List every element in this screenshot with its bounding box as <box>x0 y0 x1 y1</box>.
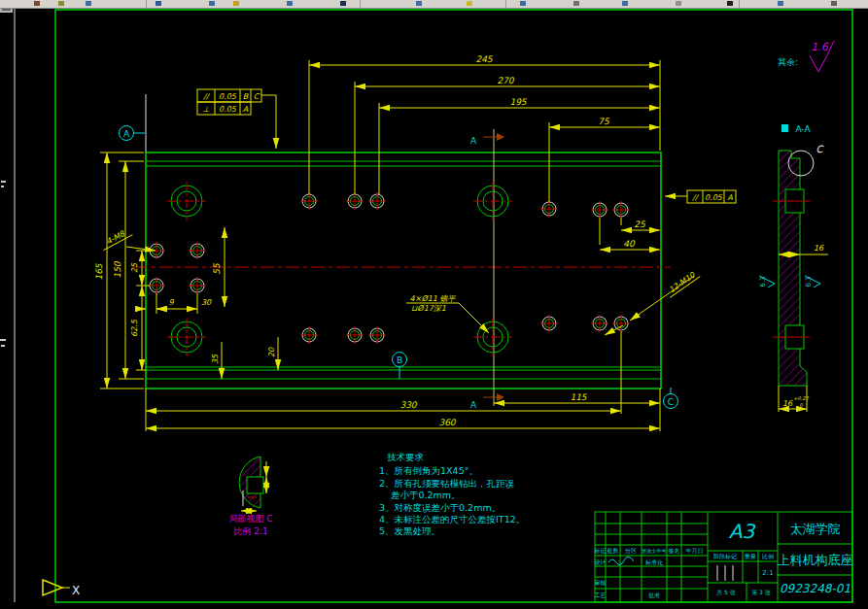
toolbar-separator <box>146 0 147 8</box>
counterbore-hole <box>167 182 206 220</box>
tapped-hole-m8 <box>189 242 206 259</box>
svg-text:设计: 设计 <box>595 558 607 565</box>
toolbar-icon-fragment[interactable] <box>727 1 733 6</box>
toolbar-icon-fragment[interactable] <box>34 1 40 6</box>
surface-note-label: 其余: <box>778 57 798 67</box>
detail-view-title: 局部视图 C <box>228 514 272 524</box>
tapped-hole-m8 <box>148 242 165 259</box>
toolbar-icon-fragment[interactable] <box>209 1 215 6</box>
svg-text:审核: 审核 <box>595 579 607 586</box>
dim-115: 115 <box>570 392 587 402</box>
detail-thread-box <box>247 477 263 493</box>
tapped-hole-m10 <box>540 315 558 332</box>
toolbar-icon-fragment[interactable] <box>622 1 628 6</box>
dim-9: 9 <box>168 298 174 307</box>
toolbar-icon-fragment[interactable] <box>58 1 64 6</box>
ucs-x-label: X <box>72 584 80 597</box>
toolbar-icon-fragment[interactable] <box>340 1 346 6</box>
datum-c: C <box>664 388 678 409</box>
signature-scribble <box>608 557 634 564</box>
svg-text:0.05: 0.05 <box>219 105 237 114</box>
drawing-canvas[interactable]: A A <box>0 0 868 609</box>
dim-75: 75 <box>598 117 610 126</box>
svg-text:更改文件号: 更改文件号 <box>642 548 667 554</box>
svg-text:3、对称度误差小于0.2mm。: 3、对称度误差小于0.2mm。 <box>379 502 501 513</box>
dim-base-tol-up: +0.27 <box>793 395 809 401</box>
tapped-hole-m10 <box>346 326 364 344</box>
svg-text:差小于0.2mm。: 差小于0.2mm。 <box>391 490 461 500</box>
roughness-symbol <box>810 55 827 72</box>
tapped-hole-m8 <box>189 277 206 294</box>
dim-245: 245 <box>475 54 493 64</box>
svg-text:A: A <box>243 105 249 114</box>
toolbar[interactable] <box>0 0 868 9</box>
svg-text:0.05: 0.05 <box>219 92 237 101</box>
svg-text:比例: 比例 <box>762 553 774 560</box>
toolbar-icon-fragment[interactable] <box>778 1 783 6</box>
svg-text:0.05: 0.05 <box>705 193 723 202</box>
toolbar-icon-fragment[interactable] <box>416 1 422 6</box>
dim-330: 330 <box>399 400 417 410</box>
cad-window: A A <box>0 0 868 609</box>
section-label-bottom: A <box>470 400 477 410</box>
fcf-parallel-perpendicular: // 0.05 B C ⊥ 0.05 A <box>197 89 276 149</box>
dim-20: 20 <box>267 347 276 357</box>
dim-55: 55 <box>212 262 222 275</box>
svg-text:重量: 重量 <box>744 553 756 559</box>
svg-text:⊥: ⊥ <box>203 105 210 114</box>
svg-text:1、所有倒角为1X45°。: 1、所有倒角为1X45°。 <box>379 465 478 476</box>
tapped-hole-m10 <box>300 192 318 210</box>
toolbar-icon-fragment[interactable] <box>676 1 681 6</box>
toolbar-separator <box>360 0 361 8</box>
toolbar-icon-fragment[interactable] <box>520 1 526 6</box>
roughness-mark: 6.3 <box>759 276 775 288</box>
drawing-number: 0923248-01 <box>780 582 851 595</box>
tapped-hole-m10 <box>346 192 364 210</box>
counterbore-hole <box>167 318 206 356</box>
paper-size: A3 <box>729 520 756 543</box>
tapped-hole-m8 <box>148 277 165 294</box>
tapped-hole-m10 <box>300 326 318 344</box>
svg-text:5、发黑处理。: 5、发黑处理。 <box>379 525 440 536</box>
roughness-mark: 6.3 <box>805 276 820 288</box>
detail-view-scale: 比例 2:1 <box>233 526 267 536</box>
tapped-hole-m10 <box>591 201 608 219</box>
dim-150: 150 <box>113 260 122 278</box>
toolbar-icon-fragment[interactable] <box>233 1 239 6</box>
dim-base-tol-dn: 0 <box>799 402 803 408</box>
sheet-current: 第 3 张 <box>751 589 771 596</box>
counterbore-hole <box>473 182 512 220</box>
toolbar-icon-fragment[interactable] <box>156 1 161 6</box>
scale-value: 2:1 <box>762 569 773 577</box>
svg-text:年月日: 年月日 <box>686 547 704 555</box>
tapped-hole-m10 <box>540 200 558 218</box>
dim-360: 360 <box>438 418 456 427</box>
datum-a: A <box>120 126 146 141</box>
dim-35: 35 <box>211 354 220 364</box>
toolbar-icon-fragment[interactable] <box>86 1 91 6</box>
dim-25-right: 25 <box>634 220 646 229</box>
leader-cbore-line1: 4×Ø11 锪平 <box>410 294 457 303</box>
ucs-icon: X <box>43 580 80 597</box>
svg-text:2、所有孔须要钻模钻出，孔距误: 2、所有孔须要钻模钻出，孔距误 <box>379 478 515 489</box>
toolbar-icon-fragment[interactable] <box>467 1 472 6</box>
svg-text:C: C <box>668 397 674 407</box>
dim-25-left: 25 <box>130 262 139 273</box>
svg-text:4、未标注公差的尺寸公差按IT12。: 4、未标注公差的尺寸公差按IT12。 <box>379 514 525 524</box>
part-name: 上料机构底座 <box>778 553 853 567</box>
detail-view: 局部视图 C 比例 2:1 <box>228 457 272 536</box>
dim-165: 165 <box>94 262 104 280</box>
surface-finish-note: 其余: 1.6 <box>778 41 834 72</box>
toolbar-icon-fragment[interactable] <box>573 1 579 6</box>
section-label-top: A <box>470 136 477 146</box>
svg-text:阶段标记: 阶段标记 <box>713 553 737 560</box>
tech-requirements: 技术要求 1、所有倒角为1X45°。 2、所有孔须要钻模钻出，孔距误 差小于0.… <box>379 452 525 536</box>
tapped-hole-m10 <box>368 192 386 210</box>
tapped-hole-m10 <box>591 315 608 332</box>
svg-text:A: A <box>123 129 130 139</box>
toolbar-icon-fragment[interactable] <box>831 1 837 6</box>
detail-letter: C <box>816 144 825 154</box>
svg-text:B: B <box>397 355 402 365</box>
dim-62-5: 62.5 <box>130 319 139 337</box>
toolbar-icon-fragment[interactable] <box>287 1 293 6</box>
